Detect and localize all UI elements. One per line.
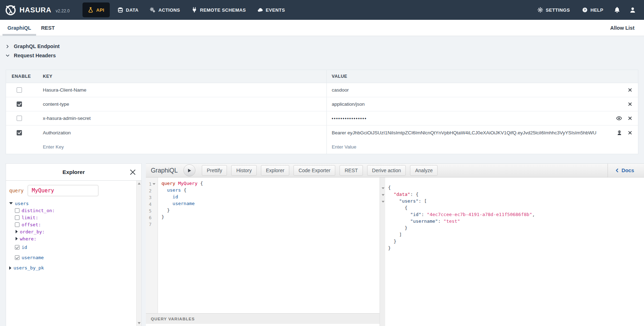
tab-graphiql[interactable]: GraphiQL [2, 20, 36, 36]
tree-item-users[interactable]: users [9, 200, 133, 207]
header-enable-checkbox[interactable] [17, 130, 22, 135]
tree-item-users-by-pk[interactable]: users_by_pk [9, 263, 133, 273]
new-header-key-input[interactable]: Enter Key [37, 144, 326, 150]
nav-item-actions[interactable]: ACTIONS [144, 0, 186, 20]
code-exporter-button[interactable]: Code Exporter [293, 165, 335, 176]
query-variables-bar[interactable]: QUERY VARIABLES [146, 313, 380, 324]
header-enable-checkbox[interactable] [17, 116, 22, 121]
tree-item-username[interactable]: username [15, 252, 133, 263]
brand-text: HASURA [19, 6, 51, 14]
expand-arrow-icon[interactable] [16, 230, 18, 233]
query-editor-code[interactable]: 1234567 query MyQuery { users { id usern… [146, 177, 380, 313]
tree-item-where-[interactable]: where: [15, 235, 133, 242]
tree-item-order-by-[interactable]: order_by: [15, 228, 133, 235]
operation-name-input[interactable] [28, 185, 98, 196]
nav-item-label: HELP [591, 7, 603, 13]
history-button[interactable]: History [231, 165, 257, 176]
fold-arrow-icon[interactable] [382, 194, 384, 196]
tree-item-offset-[interactable]: offset: [15, 221, 133, 228]
header-enable-checkbox[interactable] [17, 101, 22, 107]
tab-rest[interactable]: REST [36, 20, 60, 36]
line-number: 3 [146, 195, 152, 200]
scroll-down-icon[interactable] [138, 322, 141, 324]
nav-item-label: SETTINGS [546, 7, 570, 13]
nav-item-help[interactable]: ?HELP [576, 0, 609, 20]
code-line: username [161, 201, 380, 208]
execute-button[interactable] [183, 164, 195, 176]
tree-checkbox[interactable] [15, 208, 19, 213]
header-value-input[interactable]: application/json [332, 101, 623, 107]
nav-item-events[interactable]: EVENTS [252, 0, 291, 20]
close-icon[interactable] [628, 130, 632, 135]
eye-icon[interactable] [616, 115, 622, 121]
header-key-input[interactable]: Hasura-Client-Name [37, 87, 326, 93]
query-variables-editor[interactable] [146, 324, 380, 326]
tree-label: where: [20, 236, 36, 241]
nav-item-remote-schemas[interactable]: REMOTE SCHEMAS [186, 0, 252, 20]
scroll-up-icon[interactable] [138, 182, 141, 185]
nav-item-label: EVENTS [266, 7, 285, 13]
tree-item-distinct-on-[interactable]: distinct_on: [15, 207, 133, 214]
header-key-input[interactable]: Authorization [37, 130, 326, 135]
version-text: v2.22.0 [56, 8, 69, 13]
tree-checkbox[interactable] [15, 222, 19, 227]
line-number: 7 [146, 222, 152, 227]
nav-item-api[interactable]: API [82, 2, 110, 17]
tree-label: username [22, 255, 44, 260]
tree-item-id[interactable]: id [15, 242, 133, 252]
fold-arrow-icon[interactable] [153, 183, 155, 185]
tree-checkbox[interactable] [15, 215, 19, 220]
tree-label: id [22, 245, 27, 250]
header-value-input[interactable]: •••••••••••••••• [332, 116, 612, 121]
code-line: } [388, 239, 644, 245]
header-value-input[interactable]: casdoor [332, 87, 623, 93]
code-line: id [161, 194, 380, 201]
section-toggle-graphql-endpoint[interactable]: GraphQL Endpoint [6, 42, 59, 51]
header-value-input[interactable]: Bearer eyJhbGciOiJSUzI1NiIsImtpZCI6ImNlc… [332, 130, 612, 135]
code-line: "id": "4ec7ccee-ec7b-4191-a78d-e11f50686… [388, 212, 644, 219]
prettify-button[interactable]: Prettify [202, 165, 227, 176]
tree-checkbox[interactable] [15, 245, 19, 250]
rest-button[interactable]: REST [340, 165, 363, 176]
collapse-arrow-icon[interactable] [9, 202, 13, 204]
user-menu-button[interactable] [625, 0, 640, 20]
explorer-scrollbar[interactable] [136, 181, 141, 326]
expand-arrow-icon[interactable] [9, 266, 11, 270]
header-key-input[interactable]: content-type [37, 101, 326, 107]
code-line: } [388, 245, 644, 252]
code-line: { [388, 205, 644, 212]
operation-row: query [9, 185, 133, 196]
explorer-button[interactable]: Explorer [261, 165, 289, 176]
tabs: GraphiQLREST [2, 20, 60, 36]
section-toggle-request-headers[interactable]: Request Headers [6, 51, 59, 60]
notifications-button[interactable] [609, 0, 625, 20]
code-line: { [388, 185, 644, 192]
analyze-button[interactable]: Analyze [410, 165, 438, 176]
new-header-row: Enter Key Enter Value [6, 140, 638, 154]
jwt-decode-icon[interactable] [617, 130, 622, 135]
hasura-logo-icon[interactable] [5, 4, 17, 16]
close-icon[interactable] [628, 116, 632, 121]
docs-toggle-button[interactable]: Docs [608, 164, 644, 177]
header-enable-checkbox[interactable] [17, 87, 22, 93]
fold-arrow-icon[interactable] [382, 187, 384, 189]
header-key-input[interactable]: x-hasura-admin-secret [37, 116, 326, 121]
tree-checkbox[interactable] [15, 255, 19, 260]
expand-arrow-icon[interactable] [16, 237, 18, 240]
close-icon[interactable] [628, 88, 632, 92]
tree-item-limit-[interactable]: limit: [15, 214, 133, 221]
header-row-x-hasura-admin-secret: x-hasura-admin-secret•••••••••••••••• [6, 111, 638, 126]
line-number: 1 [146, 181, 152, 187]
fold-arrow-icon[interactable] [382, 201, 384, 203]
query-variables-label: QUERY VARIABLES [151, 317, 195, 321]
close-icon[interactable] [628, 102, 632, 106]
nav-item-settings[interactable]: SETTINGS [531, 0, 576, 20]
explorer-close-icon[interactable] [129, 169, 136, 176]
nav-item-data[interactable]: DATA [112, 0, 144, 20]
column-header-enable: ENABLE [6, 74, 37, 79]
derive-action-button[interactable]: Derive action [367, 165, 406, 176]
response-panel: { "data": { "users": [ { "id": "4ec7ccee… [380, 177, 644, 326]
header-row-hasura-client-name: Hasura-Client-Namecasdoor [6, 83, 638, 97]
new-header-value-input[interactable]: Enter Value [332, 144, 357, 150]
allow-list-link[interactable]: Allow List [610, 20, 634, 36]
